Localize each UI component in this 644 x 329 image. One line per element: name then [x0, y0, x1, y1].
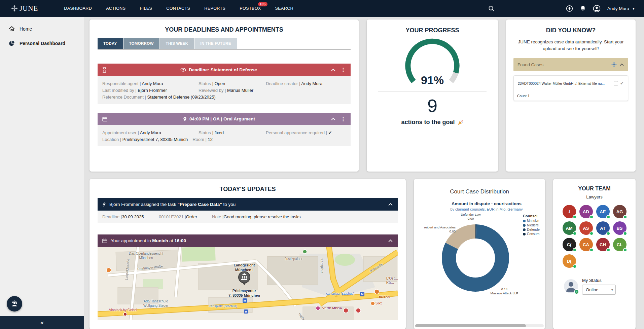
team-member-avatar[interactable]: CH: [596, 238, 610, 251]
team-member-avatar[interactable]: AS: [579, 221, 593, 235]
postbox-badge: 105: [258, 2, 267, 6]
svg-text:M: M: [244, 299, 246, 302]
nav-menu-item[interactable]: ACTIONS: [99, 0, 133, 17]
case-checkbox[interactable]: [614, 81, 618, 85]
nav-menu-item[interactable]: DASHBOARD: [57, 0, 99, 17]
appointment-update-banner[interactable]: Your appointment in Munich at 16:00: [98, 234, 398, 247]
legend-item[interactable]: Defende: [523, 228, 544, 231]
user-avatar-icon[interactable]: [593, 5, 601, 12]
my-status-label: My Status: [582, 278, 616, 283]
team-member-avatar[interactable]: AD: [579, 205, 593, 218]
search-input[interactable]: [501, 5, 559, 12]
legend-item[interactable]: Niedere: [523, 223, 544, 227]
appointment-city: Munich: [152, 238, 168, 243]
user-menu[interactable]: Andy Mura ▼: [607, 6, 635, 11]
appointment-map[interactable]: M M M Das Oberlandesgericht München Prie…: [98, 247, 398, 320]
legend-item[interactable]: Consum: [523, 232, 544, 236]
nav-menu-item[interactable]: CONTACTS: [159, 0, 197, 17]
team-member-avatar[interactable]: C(: [563, 238, 576, 251]
chevron-up-icon[interactable]: [331, 68, 336, 72]
team-member-avatar[interactable]: AG: [613, 205, 627, 218]
legend-dot: [523, 224, 526, 227]
online-status-dot: [573, 215, 577, 219]
online-status-dot: [623, 231, 627, 235]
map-green-area: [181, 247, 215, 262]
party-popper-icon: [457, 119, 464, 126]
chevron-down-icon: ▼: [632, 7, 635, 10]
chart-callout-massive-attack: 0.14 Massive Attack LLP: [480, 287, 528, 295]
eye-icon[interactable]: [180, 68, 186, 72]
appointment-item-header[interactable]: 04:00 PM | OA | Oral Argument ⋮: [98, 113, 351, 125]
svg-text:M: M: [245, 310, 247, 314]
tab-in-the-future[interactable]: IN THE FUTURE: [194, 38, 237, 49]
team-member-avatar[interactable]: D(: [563, 254, 576, 268]
task-details: Deadline |30.09.2025 00101E2021 |Order N…: [98, 211, 398, 223]
notifications-bell-icon[interactable]: [580, 5, 586, 12]
chart-legend: Counsel Massive Niedere: [523, 214, 544, 236]
nav-menu-item[interactable]: FILES: [133, 0, 159, 17]
kebab-menu-icon[interactable]: ⋮: [341, 116, 346, 122]
team-member-avatar[interactable]: BS: [613, 221, 627, 235]
horizontal-scrollbar: [415, 324, 544, 327]
scrollbar-thumb[interactable]: [415, 324, 526, 327]
team-member-avatar[interactable]: AT: [596, 221, 610, 235]
sidebar-item-home[interactable]: Home: [0, 22, 84, 36]
status-dropdown[interactable]: Online ▾: [582, 285, 616, 295]
online-status-dot: [623, 215, 627, 219]
my-status-section: ✔ My Status Online ▾: [559, 278, 630, 295]
chevron-up-icon[interactable]: [388, 203, 393, 206]
nav-menu-item[interactable]: SEARCH: [268, 0, 301, 17]
chart-title: Amount in dispute - court-actions: [433, 201, 540, 206]
kebab-menu-icon[interactable]: ⋮: [341, 67, 346, 73]
june-flower-icon: [611, 62, 617, 67]
did-you-know-title: DID YOU KNOW?: [513, 27, 628, 34]
legend-dot: [523, 228, 526, 231]
check-icon[interactable]: ✔: [620, 81, 624, 86]
june-flower-icon: [11, 5, 17, 11]
online-status-dot: [606, 248, 610, 252]
tab-tomorrow[interactable]: TOMORROW: [123, 38, 159, 49]
online-status-dot: [589, 215, 594, 219]
found-cases-header[interactable]: Found Cases: [513, 58, 628, 71]
team-member-avatar[interactable]: AE: [596, 205, 610, 218]
avatar-initials: CL: [617, 242, 622, 247]
online-check-badge: ✔: [574, 289, 579, 294]
support-chat-button[interactable]: [7, 296, 22, 312]
chevron-up-icon[interactable]: [388, 239, 393, 243]
team-member-avatar[interactable]: CL: [613, 238, 627, 251]
nav-menu-item[interactable]: POSTBOX 105: [232, 0, 268, 17]
avatar-initials: AE: [600, 209, 606, 214]
legend-dot: [523, 233, 526, 235]
deadline-tabs: TODAY TOMORROW THIS WEEK IN THE FUTURE: [98, 38, 351, 49]
legend-item[interactable]: Massive: [523, 219, 544, 223]
found-case-row[interactable]: 23ADT000024 Walter Müller GmbH ./. Exter…: [514, 76, 628, 91]
team-member-avatar[interactable]: CA: [579, 238, 593, 251]
task-update-banner[interactable]: Björn Frommer assigned the task "Prepare…: [98, 198, 398, 211]
avatar-initials: CH: [600, 242, 606, 247]
home-icon: [9, 26, 15, 32]
chevron-up-icon[interactable]: [331, 117, 336, 121]
appointment-details: Appointment user | Andy Mura Status | fi…: [98, 125, 351, 146]
progress-gauge: 91%: [375, 36, 490, 91]
pie-chart-icon: [9, 40, 15, 46]
deadline-item-header[interactable]: Deadline: Statement of Defense ⋮: [98, 64, 351, 76]
search-icon[interactable]: [488, 5, 495, 12]
upload-icon[interactable]: [566, 5, 573, 12]
chevron-up-icon[interactable]: [619, 63, 624, 66]
tab-today[interactable]: TODAY: [98, 38, 123, 49]
map-green-area: [335, 254, 355, 266]
sidebar-item-personal-dashboard[interactable]: Personal Dashboard: [0, 36, 84, 51]
team-member-avatar[interactable]: AM: [563, 221, 576, 235]
app-logo[interactable]: JUNE: [11, 4, 38, 13]
collapse-chevrons: «: [40, 319, 44, 326]
chart-callout-defender-law: Defender Law 0.00: [454, 213, 488, 221]
appointment-time: 16:00: [174, 238, 186, 243]
tab-this-week[interactable]: THIS WEEK: [160, 38, 194, 49]
team-member-avatar[interactable]: .I: [563, 205, 576, 218]
logo-text: JUNE: [20, 4, 38, 13]
sidebar-dashboard-label: Personal Dashboard: [20, 41, 65, 46]
sidebar-collapse-button[interactable]: «: [0, 316, 84, 329]
sidebar: Home Personal Dashboard «: [0, 17, 84, 329]
main-content: YOUR DEADLINES AND APPOINTMENTS TODAY TO…: [84, 17, 644, 329]
nav-menu-item[interactable]: REPORTS: [197, 0, 232, 17]
